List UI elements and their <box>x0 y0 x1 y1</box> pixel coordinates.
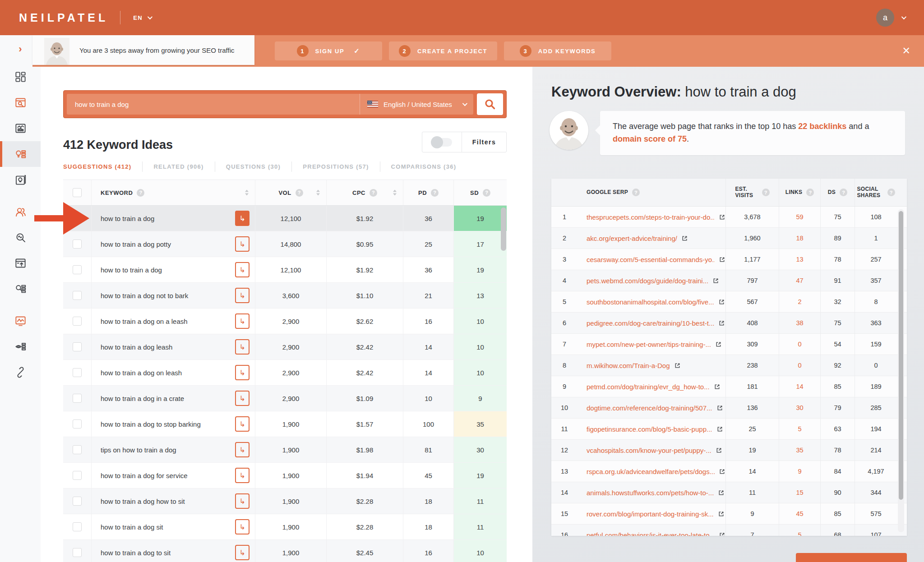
tab-suggestions[interactable]: SUGGESTIONS (412) <box>63 161 143 172</box>
serp-url-link[interactable]: rspca.org.uk/adviceandwelfare/pets/dogs.… <box>587 468 715 475</box>
keyword-row[interactable]: how to train a dog sit ↳ 1,900 $2.28 18 … <box>63 514 507 540</box>
step-button-create-a-project[interactable]: 2 CREATE A PROJECT <box>389 41 497 60</box>
serp-url-link[interactable]: vcahospitals.com/know-your-pet/puppy-... <box>587 447 711 454</box>
serp-url-link[interactable]: animals.howstuffworks.com/pets/how-to-..… <box>587 489 714 497</box>
close-icon[interactable]: ✕ <box>902 45 910 57</box>
serp-url-link[interactable]: petful.com/behaviors/is-it-ever-too-late… <box>587 531 715 536</box>
row-checkbox[interactable] <box>73 419 82 428</box>
row-checkbox[interactable] <box>73 291 82 300</box>
row-checkbox[interactable] <box>73 548 82 557</box>
expand-keyword-button[interactable]: ↳ <box>235 519 249 534</box>
keyword-row[interactable]: how to train a dog for service ↳ 1,900 $… <box>63 463 507 488</box>
sort-control[interactable] <box>245 190 249 196</box>
keyword-row[interactable]: how to train a dog on leash ↳ 2,900 $2.4… <box>63 360 507 386</box>
search-input[interactable] <box>67 94 360 115</box>
keyword-row[interactable]: tips on how to train a dog ↳ 1,900 $1.98… <box>63 437 507 463</box>
sidebar-item-traffic-analyzer[interactable] <box>0 115 41 141</box>
keyword-row[interactable]: how to train a dog to stop barking ↳ 1,9… <box>63 411 507 437</box>
sidebar-item-keyword-ideas[interactable] <box>0 141 41 167</box>
tab-prepositions[interactable]: PREPOSITIONS (57) <box>292 161 380 172</box>
step-button-sign-up[interactable]: 1 SIGN UP ✓ <box>275 41 382 60</box>
select-all-checkbox[interactable] <box>73 188 82 197</box>
column-header-keyword[interactable]: KEYWORD ? <box>91 180 255 205</box>
keyword-row[interactable]: how to train a dog leash ↳ 2,900 $2.42 1… <box>63 334 507 360</box>
external-link-icon[interactable] <box>719 468 725 475</box>
language-menu[interactable]: EN <box>133 14 151 21</box>
expand-keyword-button[interactable]: ↳ <box>235 391 249 406</box>
expand-keyword-button[interactable]: ↳ <box>235 442 249 457</box>
sidebar-item-trend-search[interactable] <box>0 225 41 250</box>
step-button-add-keywords[interactable]: 3 ADD KEYWORDS <box>504 41 611 60</box>
serp-url-link[interactable]: rover.com/blog/important-dog-training-sk… <box>587 510 714 518</box>
serp-url-link[interactable]: petmd.com/dog/training/evr_dg_how-to... <box>587 383 710 391</box>
external-link-icon[interactable] <box>716 426 723 433</box>
keyword-row[interactable]: how to train a dog in a crate ↳ 2,900 $1… <box>63 386 507 411</box>
keyword-row[interactable]: how to to train a dog ↳ 12,100 $1.92 36 … <box>63 257 507 283</box>
external-link-icon[interactable] <box>719 532 725 536</box>
external-link-icon[interactable] <box>681 235 688 242</box>
sidebar-item-rank-upload[interactable] <box>0 250 41 276</box>
sort-control[interactable] <box>393 190 397 196</box>
row-checkbox[interactable] <box>73 214 82 223</box>
row-checkbox[interactable] <box>73 471 82 480</box>
sidebar-item-backlinks[interactable] <box>0 359 41 385</box>
serp-scrollbar-thumb[interactable] <box>899 211 903 500</box>
search-language-select[interactable]: English / United States <box>360 94 473 115</box>
search-button[interactable] <box>477 93 503 115</box>
expand-keyword-button[interactable]: ↳ <box>235 545 249 560</box>
keyword-row[interactable]: how to train a dog to sit ↳ 1,900 $2.45 … <box>63 540 507 562</box>
external-link-icon[interactable] <box>714 383 721 390</box>
external-link-icon[interactable] <box>715 341 722 348</box>
keyword-row[interactable]: how to train a dog not to bark ↳ 3,600 $… <box>63 283 507 309</box>
tab-related[interactable]: RELATED (906) <box>143 161 215 172</box>
table-scrollbar-thumb[interactable] <box>501 207 506 251</box>
serp-url-link[interactable]: cesarsway.com/5-essential-commands-yo... <box>587 256 715 263</box>
help-icon[interactable]: ? <box>137 189 144 197</box>
row-checkbox[interactable] <box>73 522 82 531</box>
serp-url-link[interactable]: akc.org/expert-advice/training/ <box>587 235 677 242</box>
sort-control[interactable] <box>316 190 320 196</box>
external-link-icon[interactable] <box>674 362 681 369</box>
serp-url-link[interactable]: pets.webmd.com/dogs/guide/dog-traini... <box>587 277 708 285</box>
external-link-icon[interactable] <box>716 405 723 411</box>
row-checkbox[interactable] <box>73 317 82 326</box>
expand-keyword-button[interactable]: ↳ <box>235 288 249 303</box>
serp-url-link[interactable]: dogtime.com/reference/dog-training/507..… <box>587 404 712 412</box>
expand-keyword-button[interactable]: ↳ <box>235 493 249 509</box>
serp-url-link[interactable]: southbostonanimalhospital.com/blog/five.… <box>587 298 714 306</box>
account-menu[interactable]: a <box>876 9 905 27</box>
keyword-row[interactable]: how to train a dog on a leash ↳ 2,900 $2… <box>63 309 507 334</box>
expand-keyword-button[interactable]: ↳ <box>235 211 249 226</box>
external-link-icon[interactable] <box>719 214 725 221</box>
row-checkbox[interactable] <box>73 497 82 506</box>
serp-scrollbar-track[interactable] <box>898 209 904 532</box>
external-link-icon[interactable] <box>718 489 725 496</box>
external-link-icon[interactable] <box>718 320 725 327</box>
serp-url-link[interactable]: m.wikihow.com/Train-a-Dog <box>587 362 670 369</box>
sidebar-item-rank-tracking[interactable] <box>0 308 41 334</box>
expand-keyword-button[interactable]: ↳ <box>235 262 249 277</box>
row-checkbox[interactable] <box>73 394 82 403</box>
column-header-cpc[interactable]: CPC ? <box>326 180 403 205</box>
help-icon[interactable]: ? <box>483 189 490 197</box>
sidebar-item-competitor-analysis[interactable] <box>0 199 41 225</box>
external-link-icon[interactable] <box>712 277 719 284</box>
serp-url-link[interactable]: mypet.com/new-pet-owner/tips-training-..… <box>587 341 711 348</box>
help-icon[interactable]: ? <box>762 189 770 196</box>
filters-toggle[interactable] <box>422 132 462 152</box>
expand-keyword-button[interactable]: ↳ <box>235 468 249 483</box>
expand-keyword-button[interactable]: ↳ <box>235 365 249 380</box>
panel-bottom-button[interactable] <box>796 553 907 562</box>
external-link-icon[interactable] <box>719 256 725 263</box>
tab-comparisons[interactable]: COMPARISONS (36) <box>380 161 467 172</box>
expand-keyword-button[interactable]: ↳ <box>235 416 249 432</box>
help-icon[interactable]: ? <box>806 189 814 196</box>
expand-keyword-button[interactable]: ↳ <box>235 339 249 355</box>
help-icon[interactable]: ? <box>632 189 640 196</box>
help-icon[interactable]: ? <box>840 189 847 196</box>
help-icon[interactable]: ? <box>431 189 439 197</box>
external-link-icon[interactable] <box>718 511 725 517</box>
neilpatel-logo[interactable]: NEILPATEL <box>19 11 108 24</box>
sidebar-item-serp-research[interactable] <box>0 276 41 302</box>
help-icon[interactable]: ? <box>296 189 303 197</box>
